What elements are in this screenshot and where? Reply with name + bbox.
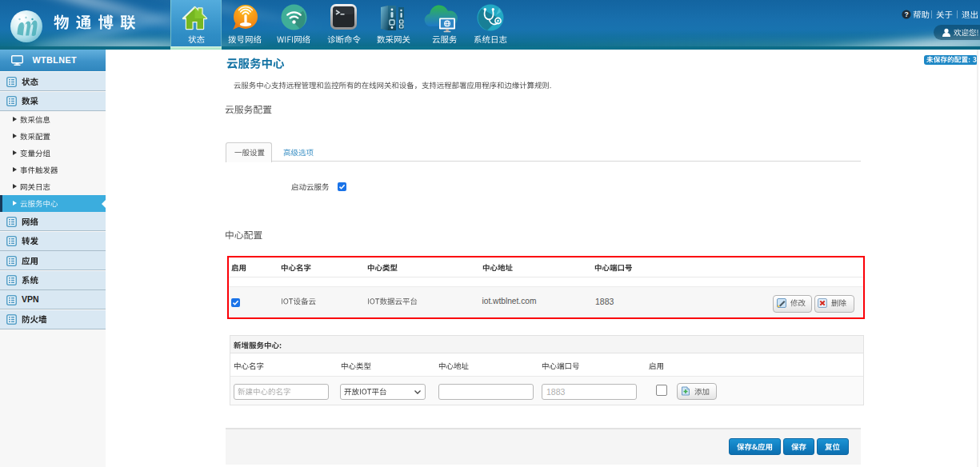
svg-text:?: ? xyxy=(904,10,908,18)
